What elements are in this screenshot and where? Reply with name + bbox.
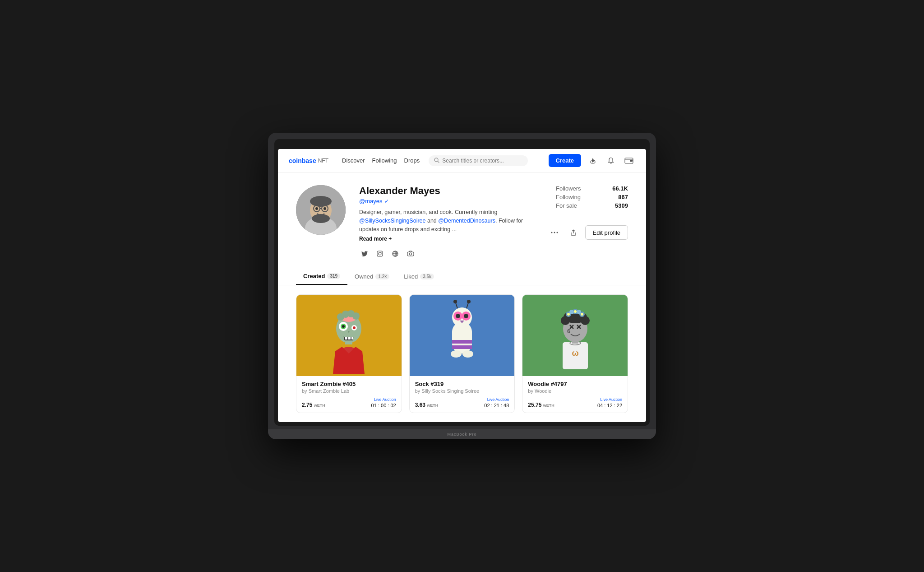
nft-price-wrap-2: 3.63 wETH: [415, 402, 439, 408]
auction-timer-1: 01 : 00 : 02: [371, 403, 396, 408]
nav-search-bar[interactable]: [429, 155, 528, 166]
more-options-icon[interactable]: [547, 225, 562, 240]
svg-rect-3: [630, 160, 633, 162]
tab-owned-badge: 1.2k: [375, 274, 389, 279]
profile-stats: Followers 66.1K Following 867 For sale 5…: [556, 185, 628, 211]
bio-link-1[interactable]: @SillySocksSingingSoiree: [359, 218, 425, 224]
flame-icon[interactable]: [587, 154, 599, 167]
svg-rect-47: [452, 340, 472, 344]
nav-logo: coinbase NFT: [289, 157, 328, 164]
nft-auction-2: Live Auction 02 : 21 : 48: [484, 397, 509, 408]
nft-creator-2: by Silly Socks Singing Soiree: [415, 388, 509, 394]
svg-rect-38: [345, 337, 347, 339]
bio-link-2[interactable]: @DementedDinosaurs: [438, 218, 495, 224]
nav-link-following[interactable]: Following: [372, 155, 397, 166]
nft-price-wrap-1: 2.75 wETH: [302, 402, 325, 408]
followers-label: Followers: [556, 185, 581, 192]
avatar: [296, 185, 346, 235]
wallet-icon[interactable]: [623, 154, 635, 167]
nft-card-2[interactable]: Sock #319 by Silly Socks Singing Soiree …: [409, 294, 515, 413]
search-icon: [434, 158, 439, 164]
nft-card-3[interactable]: ω: [522, 294, 628, 413]
nft-price-1: 2.75 wETH: [302, 402, 325, 408]
auction-label-3: Live Auction: [597, 397, 622, 402]
nft-info-2: Sock #319 by Silly Socks Singing Soiree …: [410, 376, 515, 413]
nft-price-2: 3.63 wETH: [415, 402, 439, 408]
handle-text: @mayes: [359, 198, 383, 205]
nft-auction-1: Live Auction 01 : 00 : 02: [371, 397, 396, 408]
nft-image-2: [410, 295, 515, 376]
tab-owned-label: Owned: [355, 273, 373, 280]
bio-text-1: Designer, gamer, musician, and cook. Cur…: [359, 209, 497, 215]
tab-created-badge: 319: [327, 273, 340, 279]
nft-creator-3: by Woodie: [528, 388, 622, 394]
camera-icon[interactable]: [405, 248, 416, 259]
instagram-icon[interactable]: [374, 248, 385, 259]
profile-right-column: Followers 66.1K Following 867 For sale 5…: [547, 185, 628, 240]
nft-price-wrap-3: 25.75 wETH: [528, 402, 554, 408]
svg-point-8: [310, 196, 332, 207]
svg-point-25: [554, 232, 555, 233]
svg-point-59: [462, 350, 473, 358]
profile-section: Alexander Mayes @mayes ✓ Designer, gamer…: [278, 172, 646, 268]
svg-point-36: [353, 326, 356, 329]
svg-point-71: [561, 316, 570, 325]
share-icon[interactable]: [566, 225, 581, 240]
nft-price-3: 25.75 wETH: [528, 402, 554, 408]
screen-bezel: coinbase NFT Discover Following Drops: [274, 139, 650, 425]
svg-point-34: [342, 325, 345, 328]
profile-info: Alexander Mayes @mayes ✓ Designer, gamer…: [359, 185, 534, 259]
edit-profile-button[interactable]: Edit profile: [585, 225, 628, 240]
svg-point-14: [323, 207, 326, 210]
svg-point-23: [410, 253, 412, 255]
nft-image-1: [296, 295, 402, 376]
svg-point-16: [379, 252, 381, 255]
stat-following: Following 867: [556, 194, 628, 200]
svg-point-44: [352, 312, 360, 320]
nav-link-discover[interactable]: Discover: [342, 155, 365, 166]
profile-name: Alexander Mayes: [359, 185, 534, 197]
tab-created[interactable]: Created 319: [296, 268, 347, 285]
laptop-bottom: MacBook Pro: [268, 429, 656, 439]
navbar: coinbase NFT Discover Following Drops: [278, 149, 646, 172]
tab-liked[interactable]: Liked 3.5k: [397, 268, 441, 285]
tabs-section: Created 319 Owned 1.2k Liked 3.5k: [278, 268, 646, 285]
svg-line-1: [438, 161, 439, 163]
nft-card-1[interactable]: Smart Zombie #405 by Smart Zombie Lab 2.…: [296, 294, 402, 413]
search-input[interactable]: [442, 158, 522, 164]
auction-label-2: Live Auction: [484, 397, 509, 402]
tab-owned[interactable]: Owned 1.2k: [347, 268, 397, 285]
notch: [444, 143, 480, 147]
svg-rect-39: [348, 337, 351, 339]
twitter-icon[interactable]: [359, 248, 370, 259]
verified-icon: ✓: [384, 198, 389, 205]
auction-timer-3: 04 : 12 : 22: [597, 403, 622, 408]
bio-text-and: and: [425, 218, 438, 224]
nav-link-drops[interactable]: Drops: [404, 155, 420, 166]
logo-nft-text: NFT: [318, 158, 328, 164]
tab-liked-label: Liked: [404, 273, 418, 280]
forsale-value: 5309: [615, 202, 628, 209]
svg-point-55: [456, 314, 460, 318]
nft-footer-3: 25.75 wETH Live Auction 04 : 12 : 22: [528, 397, 622, 408]
tab-created-label: Created: [303, 273, 325, 279]
nft-info-3: Woodie #4797 by Woodie 25.75 wETH Live A…: [522, 376, 628, 413]
svg-rect-40: [351, 337, 353, 339]
profile-handle-row: @mayes ✓: [359, 198, 534, 205]
bell-icon[interactable]: [605, 154, 617, 167]
nft-title-3: Woodie #4797: [528, 381, 622, 387]
read-more-button[interactable]: Read more +: [359, 236, 534, 242]
create-button[interactable]: Create: [549, 154, 581, 167]
logo-coinbase-text: coinbase: [289, 157, 316, 164]
svg-point-17: [381, 251, 382, 252]
social-links: [359, 248, 534, 259]
svg-text:6: 6: [567, 328, 570, 335]
followers-value: 66.1K: [612, 185, 628, 192]
nft-info-1: Smart Zombie #405 by Smart Zombie Lab 2.…: [296, 376, 402, 413]
svg-point-79: [569, 310, 574, 314]
auction-label-1: Live Auction: [371, 397, 396, 402]
nft-title-1: Smart Zombie #405: [302, 381, 396, 387]
svg-point-57: [464, 314, 468, 318]
nft-creator-1: by Smart Zombie Lab: [302, 388, 396, 394]
globe-icon[interactable]: [390, 248, 401, 259]
